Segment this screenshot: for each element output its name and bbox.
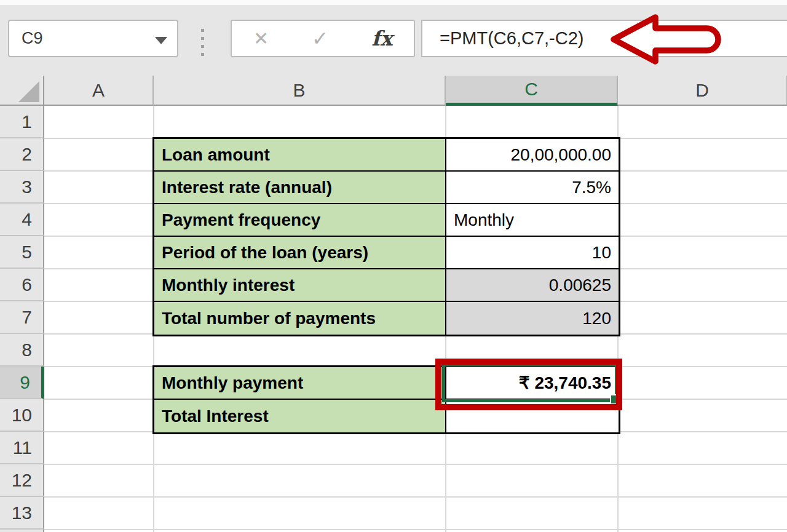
- gridline: [44, 496, 787, 498]
- column-header-C[interactable]: C: [446, 76, 618, 106]
- row-header-8[interactable]: 8: [0, 334, 44, 367]
- row-header-6[interactable]: 6: [0, 269, 44, 301]
- red-arrow-annotation: [607, 12, 724, 66]
- cancel-icon[interactable]: ✕: [253, 28, 269, 49]
- row-header-3[interactable]: 3: [0, 171, 44, 204]
- cell-C7[interactable]: 120: [446, 302, 619, 335]
- insert-function-icon[interactable]: fx: [371, 26, 392, 50]
- cell-C3[interactable]: 7.5%: [446, 172, 619, 204]
- gridline: [44, 464, 787, 465]
- cell-C5[interactable]: 10: [446, 237, 619, 269]
- separator-dots-icon: [201, 29, 204, 56]
- cell-B6[interactable]: Monthly interest: [154, 269, 446, 302]
- cell-B3[interactable]: Interest rate (annual): [154, 172, 446, 204]
- ribbon-bottom-strip: [0, 0, 787, 5]
- row-header-1[interactable]: 1: [0, 106, 44, 138]
- enter-icon[interactable]: ✓: [312, 26, 329, 50]
- cell-B5[interactable]: Period of the loan (years): [154, 237, 446, 269]
- excel-window: C9 ✕ ✓ fx =PMT(C6,C7,-C2) ABCD1234567891…: [0, 0, 787, 532]
- name-box[interactable]: C9: [8, 20, 178, 57]
- row-header-10[interactable]: 10: [0, 399, 44, 432]
- cell-C2[interactable]: 20,00,000.00: [446, 139, 619, 172]
- table-block: Loan amount20,00,000.00Interest rate (an…: [152, 137, 620, 336]
- formula-text: =PMT(C6,C7,-C2): [422, 28, 583, 49]
- row-header-4[interactable]: 4: [0, 204, 44, 236]
- row-header-5[interactable]: 5: [0, 236, 44, 269]
- cell-B9[interactable]: Monthly payment: [154, 367, 446, 400]
- cell-B10[interactable]: Total Interest: [154, 400, 446, 432]
- row-header-2[interactable]: 2: [0, 138, 44, 171]
- row-header-7[interactable]: 7: [0, 301, 44, 334]
- row-header-9[interactable]: 9: [0, 367, 44, 399]
- column-header-A[interactable]: A: [44, 76, 154, 106]
- column-header-D[interactable]: D: [618, 76, 787, 106]
- formula-input[interactable]: =PMT(C6,C7,-C2): [421, 20, 787, 57]
- highlight-box-annotation: [435, 359, 622, 410]
- formula-buttons-group: ✕ ✓ fx: [231, 20, 415, 57]
- column-header-B[interactable]: B: [154, 76, 446, 106]
- cell-B2[interactable]: Loan amount: [154, 139, 446, 172]
- select-all-corner[interactable]: [0, 76, 44, 106]
- gridline: [44, 529, 787, 530]
- row-header-12[interactable]: 12: [0, 464, 44, 497]
- row-header-11[interactable]: 11: [0, 432, 44, 464]
- row-header-13[interactable]: 13: [0, 497, 44, 530]
- cell-B7[interactable]: Total number of payments: [154, 302, 446, 335]
- name-box-value: C9: [9, 29, 43, 48]
- cell-C6[interactable]: 0.00625: [446, 269, 619, 302]
- cell-C4[interactable]: Monthly: [446, 204, 619, 237]
- cell-B4[interactable]: Payment frequency: [154, 204, 446, 237]
- name-box-dropdown-icon[interactable]: [155, 37, 167, 44]
- select-all-triangle-icon: [18, 81, 39, 102]
